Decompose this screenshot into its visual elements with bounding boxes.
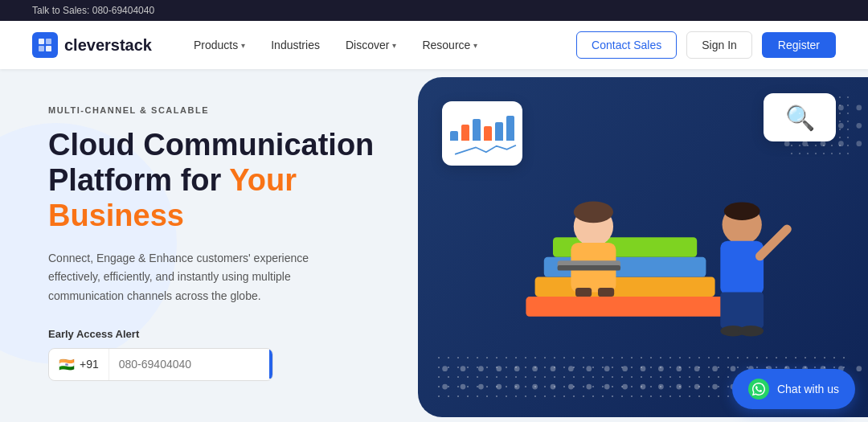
svg-point-37 <box>712 366 718 371</box>
svg-point-58 <box>658 384 664 390</box>
nav-item-discover[interactable]: Discover ▾ <box>336 32 406 58</box>
chevron-down-icon-resource: ▾ <box>473 41 477 50</box>
nav-item-industries[interactable]: Industries <box>261 32 330 58</box>
nav-resource-label: Resource <box>422 39 470 51</box>
chevron-down-icon-discover: ▾ <box>392 41 396 50</box>
india-flag-icon: 🇮🇳 <box>59 357 75 372</box>
hero-tagline: MULTI-CHANNEL & SCALABLE <box>48 105 386 115</box>
svg-point-45 <box>856 366 862 371</box>
phone-input[interactable] <box>109 350 269 379</box>
svg-point-30 <box>586 366 592 371</box>
svg-point-66 <box>838 105 844 111</box>
svg-point-57 <box>641 384 646 390</box>
svg-point-54 <box>586 384 592 390</box>
hero-title: Cloud Communication Platform for Your Bu… <box>48 128 386 233</box>
svg-point-32 <box>622 366 628 371</box>
svg-rect-2 <box>39 46 44 51</box>
svg-rect-3 <box>46 46 51 51</box>
early-access-label: Early Access Alert <box>48 328 386 340</box>
top-bar: Talk to Sales: 080-69404040 <box>0 0 868 21</box>
nav-discover-label: Discover <box>346 39 389 51</box>
nav-item-resource[interactable]: Resource ▾ <box>412 32 487 58</box>
svg-point-71 <box>838 123 844 129</box>
svg-point-28 <box>551 366 556 371</box>
logo-text: cleverstack <box>64 36 152 55</box>
svg-point-55 <box>604 384 610 390</box>
svg-point-23 <box>461 366 466 371</box>
svg-point-29 <box>568 366 574 371</box>
nav-products-label: Products <box>194 39 238 51</box>
svg-rect-5 <box>535 277 715 297</box>
hero-section: MULTI-CHANNEL & SCALABLE Cloud Communica… <box>0 69 868 417</box>
svg-point-24 <box>478 366 484 371</box>
nav-industries-label: Industries <box>271 39 320 51</box>
svg-rect-12 <box>558 265 620 271</box>
svg-point-70 <box>821 123 826 129</box>
hero-right: 🔍 <box>418 77 868 417</box>
hero-description: Connect, Engage & Enhance customers' exp… <box>48 249 354 305</box>
svg-rect-1 <box>46 39 51 44</box>
svg-point-38 <box>731 366 736 371</box>
svg-point-64 <box>802 105 808 111</box>
svg-point-68 <box>784 123 790 129</box>
svg-point-52 <box>551 384 556 390</box>
svg-point-61 <box>712 384 718 390</box>
nav-actions: Contact Sales Sign In Register <box>576 31 836 59</box>
chat-widget[interactable]: Chat with us <box>732 369 855 409</box>
svg-point-76 <box>838 141 844 146</box>
navbar: cleverstack Products ▾ Industries Discov… <box>0 21 868 69</box>
svg-point-53 <box>568 384 574 390</box>
svg-point-22 <box>442 366 448 371</box>
svg-point-72 <box>856 123 862 129</box>
svg-point-56 <box>622 384 628 390</box>
svg-point-74 <box>802 141 808 146</box>
svg-point-34 <box>658 366 664 371</box>
svg-point-27 <box>532 366 538 371</box>
svg-point-25 <box>496 366 502 371</box>
svg-point-33 <box>641 366 646 371</box>
svg-point-77 <box>856 141 862 146</box>
submit-phone-button[interactable] <box>269 350 273 379</box>
phone-input-group[interactable]: 🇮🇳 +91 <box>48 348 273 381</box>
svg-point-60 <box>694 384 700 390</box>
svg-point-35 <box>676 366 682 371</box>
svg-point-47 <box>461 384 466 390</box>
svg-point-73 <box>784 141 790 146</box>
svg-rect-0 <box>39 39 44 44</box>
svg-point-67 <box>856 105 862 111</box>
hero-title-line1: Cloud Communication <box>48 128 374 162</box>
svg-point-9 <box>574 201 613 223</box>
logo[interactable]: cleverstack <box>32 32 152 58</box>
chat-widget-label: Chat with us <box>777 383 839 395</box>
flag-prefix[interactable]: 🇮🇳 +91 <box>49 349 109 380</box>
svg-point-69 <box>802 123 808 129</box>
svg-line-19 <box>760 229 788 256</box>
whatsapp-icon <box>748 379 769 399</box>
hero-illustration <box>418 77 868 417</box>
svg-rect-17 <box>720 241 764 295</box>
svg-point-75 <box>821 141 826 146</box>
svg-point-16 <box>724 203 760 220</box>
phone-country-code: +91 <box>80 358 99 371</box>
logo-icon <box>32 32 58 58</box>
magnify-icon: 🔍 <box>785 104 815 132</box>
register-button[interactable]: Register <box>762 32 836 58</box>
svg-point-65 <box>821 105 826 111</box>
svg-point-36 <box>694 366 700 371</box>
svg-point-59 <box>676 384 682 390</box>
svg-point-49 <box>496 384 502 390</box>
chevron-down-icon: ▾ <box>241 41 245 50</box>
contact-sales-button[interactable]: Contact Sales <box>576 31 677 59</box>
svg-point-63 <box>784 105 790 111</box>
svg-point-21 <box>739 326 764 336</box>
svg-point-26 <box>514 366 520 371</box>
svg-point-51 <box>532 384 538 390</box>
svg-point-48 <box>478 384 484 390</box>
svg-rect-4 <box>526 297 723 317</box>
svg-point-31 <box>604 366 610 371</box>
sign-in-button[interactable]: Sign In <box>686 31 752 59</box>
sales-contact-text: Talk to Sales: 080-69404040 <box>32 5 154 16</box>
svg-point-50 <box>514 384 520 390</box>
nav-item-products[interactable]: Products ▾ <box>184 32 255 58</box>
hero-title-line2: Platform for <box>48 163 229 197</box>
